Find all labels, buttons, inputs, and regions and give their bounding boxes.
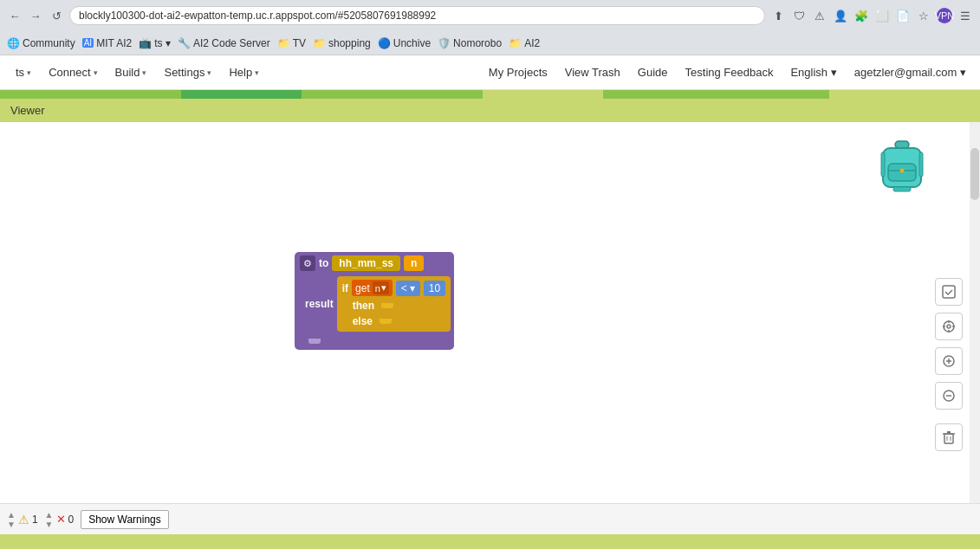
nav-user-email[interactable]: agetzler@gmail.com ▾ (847, 62, 973, 82)
tabs-bar (0, 90, 980, 99)
nav-guide[interactable]: Guide (631, 62, 675, 82)
nav-connect-arrow: ▾ (94, 68, 98, 77)
nav-build-arrow: ▾ (142, 68, 146, 77)
svg-rect-0 (895, 141, 909, 148)
profile-icon[interactable]: 👤 (833, 8, 848, 23)
scrollbar[interactable] (970, 122, 980, 503)
reload-icon[interactable]: ↺ (49, 8, 64, 23)
triangle-down-btn[interactable]: ▼ (7, 520, 16, 529)
forward-icon[interactable]: → (28, 8, 43, 23)
tab-seg-3[interactable] (302, 90, 483, 99)
mit-ai2-icon: AI (82, 38, 94, 48)
get-dropdown[interactable]: n ▾ (373, 281, 389, 294)
bookmark-icon[interactable]: ☆ (916, 8, 931, 23)
split-icon[interactable]: ⬜ (874, 8, 890, 23)
app-header: ts ▾ Connect ▾ Build ▾ Settings ▾ Help ▾… (0, 55, 980, 90)
bottom-connector-area (295, 333, 454, 346)
svg-rect-21 (944, 434, 953, 443)
checkmark-tool-btn[interactable] (935, 278, 963, 306)
nav-ts[interactable]: ts ▾ (7, 62, 40, 82)
community-icon: 🌐 (7, 37, 20, 49)
nav-help[interactable]: Help ▾ (220, 62, 268, 82)
bookmark-ai2-code[interactable]: 🔧 AI2 Code Server (178, 37, 270, 49)
triangle-up-btn[interactable]: ▲ (7, 510, 16, 520)
vpn-icon[interactable]: VPN (937, 8, 952, 23)
scrollbar-thumb[interactable] (970, 148, 979, 200)
else-connector (380, 319, 392, 324)
warning-icon[interactable]: ⚠ (812, 8, 827, 23)
purple-block[interactable]: ⚙ to hh_mm_ss n result if (295, 252, 454, 350)
if-block[interactable]: if get n ▾ < (337, 276, 451, 332)
else-label: else (353, 315, 373, 327)
nav-right: My Projects View Trash Guide Testing Fee… (482, 62, 973, 82)
back-icon[interactable]: ← (7, 8, 23, 23)
warning-x-count: 0 (68, 513, 75, 526)
x-up-btn[interactable]: ▲ (45, 510, 54, 520)
then-label: then (353, 300, 374, 312)
nav-ts-arrow: ▾ (27, 68, 31, 77)
if-body: then else (339, 298, 450, 330)
shield-icon[interactable]: 🛡 (791, 8, 807, 23)
nav-my-projects[interactable]: My Projects (482, 62, 555, 82)
tab-seg-1[interactable] (0, 90, 181, 99)
extension-icon[interactable]: 🧩 (853, 8, 869, 23)
then-connector (381, 303, 393, 308)
nav-settings[interactable]: Settings ▾ (155, 62, 220, 82)
nav-testing-feedback[interactable]: Testing Feedback (678, 62, 781, 82)
viewer-content: ⚙ to hh_mm_ss n result if (0, 122, 980, 503)
bookmark-unchive[interactable]: 🔵 Unchive (378, 37, 431, 49)
tab-seg-6[interactable] (829, 90, 980, 99)
folder-tv-icon: 📁 (277, 37, 290, 49)
x-down-btn[interactable]: ▼ (45, 520, 54, 529)
side-toolbar (935, 278, 963, 451)
else-row: else (353, 314, 446, 328)
menu-icon[interactable]: ☰ (957, 8, 973, 23)
reader-icon[interactable]: 📄 (895, 8, 911, 23)
viewer-title: Viewer (10, 104, 45, 117)
url-input[interactable]: blockly100300-dot-ai2-ewpatton-temp.uc.r… (69, 6, 765, 25)
dropdown-arrow-icon: ▾ (381, 282, 386, 294)
zoom-in-btn[interactable] (935, 347, 963, 375)
trash-btn[interactable] (935, 423, 963, 451)
target-tool-btn[interactable] (935, 313, 963, 340)
warning-triangle-count: 1 (32, 513, 38, 526)
bookmark-mit-ai2[interactable]: AI MIT AI2 (82, 37, 133, 49)
block-function-name[interactable]: hh_mm_ss (332, 255, 400, 271)
bookmark-shopping[interactable]: 📁 shopping (313, 37, 371, 49)
share-icon[interactable]: ⬆ (770, 8, 786, 23)
block-body: result if get n ▾ (295, 274, 454, 333)
compare-block[interactable]: < ▾ (396, 281, 420, 296)
x-up-down: ▲ ▼ (45, 510, 54, 529)
compare-op-label: < (401, 282, 407, 294)
number-block[interactable]: 10 (424, 281, 445, 296)
bookmark-nomorobo[interactable]: 🛡️ Nomorobo (438, 37, 502, 49)
unchive-icon: 🔵 (378, 37, 391, 49)
block-container: ⚙ to hh_mm_ss n result if (295, 252, 454, 350)
nav-build[interactable]: Build ▾ (107, 62, 156, 82)
block-to-label: to (319, 257, 328, 269)
zoom-out-btn[interactable] (935, 382, 963, 410)
bookmark-tv[interactable]: 📁 TV (277, 37, 306, 49)
then-row: then (353, 299, 446, 313)
block-param[interactable]: n (404, 255, 424, 271)
bookmark-local-tv[interactable]: 📺 ts ▾ (139, 37, 171, 49)
viewer-header: Viewer (0, 99, 980, 122)
nomorobo-icon: 🛡️ (438, 37, 451, 49)
show-warnings-button[interactable]: Show Warnings (81, 510, 169, 529)
svg-rect-9 (943, 286, 955, 298)
tab-seg-5[interactable] (603, 90, 829, 99)
nav-english-label: English ▾ (790, 66, 836, 79)
nav-view-trash[interactable]: View Trash (558, 62, 627, 82)
svg-rect-6 (881, 152, 885, 177)
gear-icon[interactable]: ⚙ (300, 255, 315, 271)
nav-english[interactable]: English ▾ (783, 62, 843, 82)
tab-seg-4[interactable] (483, 90, 603, 99)
backpack-icon[interactable] (876, 139, 928, 196)
nav-connect[interactable]: Connect ▾ (40, 62, 106, 82)
trash-icon (942, 430, 956, 444)
zoom-out-icon (942, 389, 956, 403)
tab-seg-2[interactable] (181, 90, 302, 99)
get-block[interactable]: get n ▾ (352, 280, 393, 296)
bookmark-community[interactable]: 🌐 Community (7, 37, 75, 49)
bookmark-ai2[interactable]: 📁 AI2 (509, 37, 540, 49)
